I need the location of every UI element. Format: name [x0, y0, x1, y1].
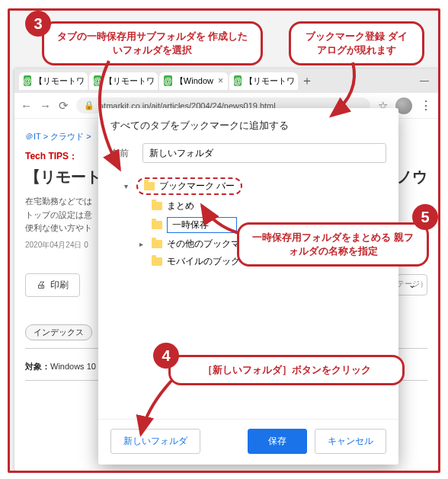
- menu-icon[interactable]: ⋮: [420, 98, 432, 113]
- printer-icon: 🖨: [37, 279, 46, 290]
- tree-label: まとめ: [167, 200, 194, 212]
- save-button[interactable]: 保存: [248, 429, 307, 454]
- callout-4: ［新しいフォルダ］ボタンをクリック: [168, 355, 405, 385]
- arrow-icon: [199, 203, 245, 241]
- forward-button[interactable]: →: [40, 99, 51, 112]
- reload-button[interactable]: ⟳: [59, 99, 69, 113]
- favicon-icon: @: [234, 75, 242, 86]
- browser-tab[interactable]: @ 【リモートワ ×: [229, 72, 298, 90]
- arrow-icon: [78, 61, 155, 175]
- callout-3: タブの一時保存用サブフォルダを 作成したいフォルダを選択: [42, 21, 263, 65]
- browser-tab[interactable]: @ 【リモートワ ×: [19, 72, 88, 90]
- back-button[interactable]: ←: [21, 99, 32, 112]
- folder-icon: [152, 257, 162, 266]
- index-badge[interactable]: インデックス: [25, 324, 92, 340]
- print-label: 印刷: [50, 279, 69, 292]
- arrow-icon: [330, 62, 376, 123]
- tree-label: ブックマーク バー: [159, 180, 235, 193]
- folder-icon: [152, 202, 162, 210]
- caret-right-icon[interactable]: ▸: [139, 240, 147, 248]
- step-number-5: 5: [412, 204, 438, 230]
- folder-icon: [152, 240, 162, 248]
- browser-tab[interactable]: @ 【Window ×: [159, 72, 228, 90]
- selected-folder-highlight: ブックマーク バー: [136, 177, 242, 195]
- print-button[interactable]: 🖨 印刷: [25, 273, 80, 297]
- tab-label: 【リモートワ: [245, 75, 295, 87]
- tree-item-bookmark-bar[interactable]: ▾ ブックマーク バー: [124, 175, 386, 197]
- step-number-3: 3: [25, 11, 51, 37]
- arrow-icon: [139, 381, 185, 442]
- folder-icon: [152, 221, 162, 229]
- callout-dialog-appears: ブックマーク登録 ダイアログが現れます: [289, 21, 424, 65]
- favicon-icon: @: [24, 75, 31, 86]
- caret-down-icon[interactable]: ▾: [124, 182, 132, 190]
- folder-name-input[interactable]: [142, 143, 386, 163]
- tab-label: 【リモートワ: [34, 75, 85, 87]
- new-tab-button[interactable]: ＋: [299, 73, 315, 88]
- step-number-4: 4: [153, 343, 179, 369]
- cancel-button[interactable]: キャンセル: [315, 429, 386, 454]
- favicon-icon: @: [164, 75, 172, 86]
- close-icon[interactable]: ×: [218, 75, 223, 86]
- callout-5: 一時保存用フォルダをまとめる 親フォルダの名称を指定: [237, 222, 429, 267]
- folder-icon: [144, 182, 155, 190]
- tree-item[interactable]: まとめ: [124, 197, 386, 215]
- tab-label: 【Window: [175, 75, 213, 87]
- minimize-icon[interactable]: —: [420, 75, 429, 86]
